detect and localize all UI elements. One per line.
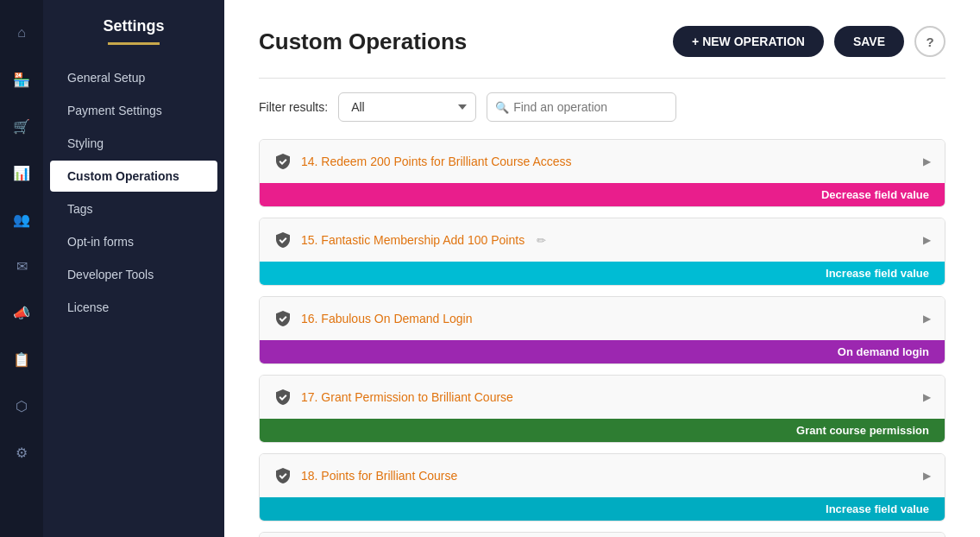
sidebar-item-tags[interactable]: Tags [50,193,217,224]
op-badge-op-14: Decrease field value [260,183,945,206]
shield-icon-op-16 [273,309,292,328]
help-button[interactable]: ? [914,26,945,57]
op-badge-op-17: Grant course permission [260,419,945,442]
header-divider [259,78,945,79]
op-header-op-15[interactable]: 15. Fantastic Membership Add 100 Points✏… [260,218,945,262]
op-header-op-14[interactable]: 14. Redeem 200 Points for Brilliant Cour… [260,140,945,183]
chevron-icon-op-18: ▶ [923,470,931,482]
sidebar-item-payment-settings[interactable]: Payment Settings [50,95,217,126]
sidebar-item-developer-tools[interactable]: Developer Tools [50,259,217,290]
sidebar-item-custom-operations[interactable]: Custom Operations [50,161,217,192]
op-title-op-18: 18. Points for Brilliant Course [301,469,457,483]
op-left-op-15: 15. Fantastic Membership Add 100 Points✏ [273,231,546,250]
op-item-op-14: 14. Redeem 200 Points for Brilliant Cour… [259,139,945,207]
filter-label: Filter results: [259,100,328,114]
search-input[interactable] [487,92,676,122]
new-operation-button[interactable]: + NEW OPERATION [673,26,824,57]
gear-icon[interactable]: ⚙ [6,437,37,468]
op-item-op-17: 17. Grant Permission to Brilliant Course… [259,375,945,443]
shield-icon-op-14 [273,152,292,171]
sidebar-item-styling[interactable]: Styling [50,128,217,159]
chevron-icon-op-17: ▶ [923,391,931,403]
filter-select[interactable]: AllActiveInactive [338,92,476,122]
operations-list: 14. Redeem 200 Points for Brilliant Cour… [259,139,945,537]
sidebar-divider [108,42,160,45]
megaphone-icon[interactable]: 📣 [6,297,37,328]
op-left-op-18: 18. Points for Brilliant Course [273,466,457,485]
sidebar: Settings General SetupPayment SettingsSt… [43,0,224,537]
users-icon[interactable]: 👥 [6,204,37,235]
puzzle-icon[interactable]: ⬡ [6,390,37,421]
shield-icon-op-18 [273,466,292,485]
page-title: Custom Operations [259,28,467,55]
search-wrap: 🔍 [487,92,676,122]
sidebar-item-general-setup[interactable]: General Setup [50,62,217,93]
op-header-op-18[interactable]: 18. Points for Brilliant Course▶ [260,454,945,497]
cart-icon[interactable]: 🛒 [6,111,37,142]
search-icon: 🔍 [495,101,509,114]
main-content: Custom Operations + NEW OPERATION SAVE ?… [224,0,980,537]
sidebar-icons: ⌂🏪🛒📊👥✉📣📋⬡⚙ [0,0,43,537]
op-title-op-17: 17. Grant Permission to Brilliant Course [301,390,513,404]
op-header-op-19[interactable]: 19. Brilliant Payment Failed▶ [260,533,945,537]
main-header: Custom Operations + NEW OPERATION SAVE ? [259,26,945,57]
op-item-op-18: 18. Points for Brilliant Course▶Increase… [259,453,945,521]
op-badge-op-15: Increase field value [260,262,945,285]
chevron-icon-op-14: ▶ [923,155,931,167]
op-item-op-16: 16. Fabulous On Demand Login▶On demand l… [259,296,945,364]
op-title-op-14: 14. Redeem 200 Points for Brilliant Cour… [301,155,572,168]
save-button[interactable]: SAVE [834,26,904,57]
shield-icon-op-17 [273,388,292,407]
mail-icon[interactable]: ✉ [6,250,37,281]
chart-icon[interactable]: 📊 [6,157,37,188]
op-title-op-16: 16. Fabulous On Demand Login [301,312,472,325]
op-badge-op-16: On demand login [260,340,945,363]
chevron-icon-op-16: ▶ [923,313,931,325]
sidebar-item-license[interactable]: License [50,292,217,323]
shield-icon-op-15 [273,231,292,250]
op-header-op-16[interactable]: 16. Fabulous On Demand Login▶ [260,297,945,340]
sidebar-item-opt-in-forms[interactable]: Opt-in forms [50,226,217,257]
chevron-icon-op-15: ▶ [923,234,931,246]
op-left-op-16: 16. Fabulous On Demand Login [273,309,472,328]
home-icon[interactable]: ⌂ [6,17,37,48]
op-item-op-15: 15. Fantastic Membership Add 100 Points✏… [259,218,945,286]
list-icon[interactable]: 📋 [6,344,37,375]
sidebar-title: Settings [103,17,164,35]
op-header-op-17[interactable]: 17. Grant Permission to Brilliant Course… [260,376,945,419]
op-title-op-15: 15. Fantastic Membership Add 100 Points [301,233,525,247]
op-left-op-17: 17. Grant Permission to Brilliant Course [273,388,513,407]
edit-icon-op-15[interactable]: ✏ [537,234,546,247]
header-actions: + NEW OPERATION SAVE ? [673,26,945,57]
store-icon[interactable]: 🏪 [6,64,37,95]
op-item-op-19: 19. Brilliant Payment Failed▶Add / remov… [259,532,945,537]
sidebar-nav: General SetupPayment SettingsStylingCust… [43,62,224,323]
filter-row: Filter results: AllActiveInactive 🔍 [259,92,945,122]
op-left-op-14: 14. Redeem 200 Points for Brilliant Cour… [273,152,572,171]
op-badge-op-18: Increase field value [260,497,945,521]
